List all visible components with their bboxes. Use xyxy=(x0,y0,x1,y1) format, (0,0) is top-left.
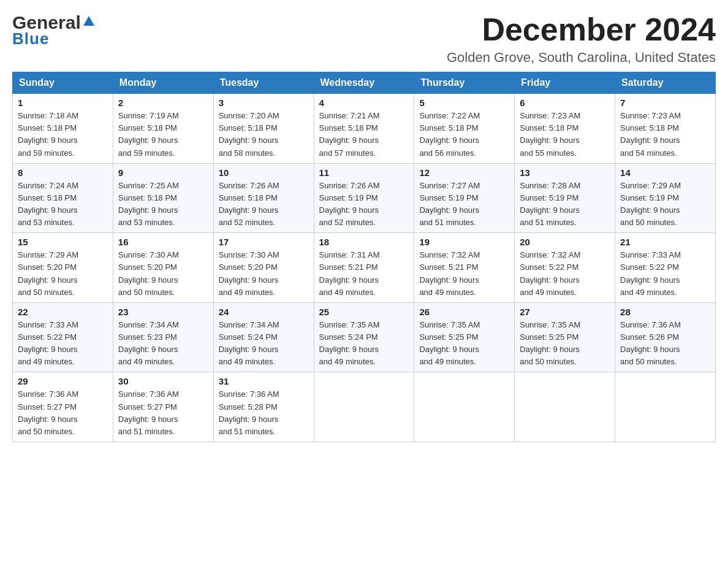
calendar-day-cell xyxy=(515,372,615,442)
calendar-day-cell: 19 Sunrise: 7:32 AMSunset: 5:21 PMDaylig… xyxy=(414,233,515,303)
col-wednesday: Wednesday xyxy=(314,72,414,94)
day-info: Sunrise: 7:34 AMSunset: 5:23 PMDaylight:… xyxy=(118,320,179,366)
calendar-day-cell xyxy=(615,372,716,442)
day-info: Sunrise: 7:36 AMSunset: 5:28 PMDaylight:… xyxy=(219,389,279,435)
calendar-day-cell: 2 Sunrise: 7:19 AMSunset: 5:18 PMDayligh… xyxy=(113,94,213,164)
day-number: 24 xyxy=(219,307,309,317)
calendar-week-row: 29 Sunrise: 7:36 AMSunset: 5:27 PMDaylig… xyxy=(13,372,716,442)
calendar-day-cell: 21 Sunrise: 7:33 AMSunset: 5:22 PMDaylig… xyxy=(615,233,716,303)
calendar-day-cell: 10 Sunrise: 7:26 AMSunset: 5:18 PMDaylig… xyxy=(213,163,314,233)
col-monday: Monday xyxy=(113,72,213,94)
calendar-week-row: 22 Sunrise: 7:33 AMSunset: 5:22 PMDaylig… xyxy=(13,302,716,372)
day-number: 8 xyxy=(18,167,108,178)
day-number: 12 xyxy=(419,167,509,178)
calendar-day-cell: 17 Sunrise: 7:30 AMSunset: 5:20 PMDaylig… xyxy=(213,233,314,303)
day-info: Sunrise: 7:18 AMSunset: 5:18 PMDaylight:… xyxy=(18,111,78,157)
calendar-day-cell: 28 Sunrise: 7:36 AMSunset: 5:26 PMDaylig… xyxy=(615,302,716,372)
day-info: Sunrise: 7:31 AMSunset: 5:21 PMDaylight:… xyxy=(319,250,380,296)
day-number: 17 xyxy=(219,237,309,247)
calendar-day-cell: 31 Sunrise: 7:36 AMSunset: 5:28 PMDaylig… xyxy=(213,372,314,442)
day-info: Sunrise: 7:29 AMSunset: 5:19 PMDaylight:… xyxy=(620,181,681,227)
day-info: Sunrise: 7:35 AMSunset: 5:25 PMDaylight:… xyxy=(419,320,480,366)
col-thursday: Thursday xyxy=(414,72,515,94)
day-info: Sunrise: 7:27 AMSunset: 5:19 PMDaylight:… xyxy=(419,181,480,227)
calendar-day-cell: 16 Sunrise: 7:30 AMSunset: 5:20 PMDaylig… xyxy=(113,233,213,303)
day-number: 2 xyxy=(118,98,208,108)
day-number: 6 xyxy=(520,98,610,108)
day-info: Sunrise: 7:24 AMSunset: 5:18 PMDaylight:… xyxy=(18,181,78,227)
day-info: Sunrise: 7:35 AMSunset: 5:25 PMDaylight:… xyxy=(520,320,580,366)
svg-marker-0 xyxy=(83,16,94,26)
location-subtitle: Golden Grove, South Carolina, United Sta… xyxy=(447,50,716,66)
calendar-day-cell: 6 Sunrise: 7:23 AMSunset: 5:18 PMDayligh… xyxy=(515,94,615,164)
day-info: Sunrise: 7:26 AMSunset: 5:19 PMDaylight:… xyxy=(319,181,380,227)
day-number: 7 xyxy=(620,98,710,108)
calendar-week-row: 1 Sunrise: 7:18 AMSunset: 5:18 PMDayligh… xyxy=(13,94,716,164)
calendar-header-row: Sunday Monday Tuesday Wednesday Thursday… xyxy=(13,72,716,94)
col-saturday: Saturday xyxy=(615,72,716,94)
calendar-day-cell: 13 Sunrise: 7:28 AMSunset: 5:19 PMDaylig… xyxy=(515,163,615,233)
day-info: Sunrise: 7:26 AMSunset: 5:18 PMDaylight:… xyxy=(219,181,279,227)
calendar-day-cell: 27 Sunrise: 7:35 AMSunset: 5:25 PMDaylig… xyxy=(515,302,615,372)
page-header: General Blue December 2024 Golden Grove,… xyxy=(12,12,716,66)
calendar-day-cell: 25 Sunrise: 7:35 AMSunset: 5:24 PMDaylig… xyxy=(314,302,414,372)
day-info: Sunrise: 7:36 AMSunset: 5:27 PMDaylight:… xyxy=(18,389,78,435)
day-info: Sunrise: 7:22 AMSunset: 5:18 PMDaylight:… xyxy=(419,111,480,157)
day-number: 3 xyxy=(219,98,309,108)
day-number: 23 xyxy=(118,307,208,317)
day-info: Sunrise: 7:36 AMSunset: 5:26 PMDaylight:… xyxy=(620,320,681,366)
day-number: 15 xyxy=(18,237,108,247)
calendar-day-cell xyxy=(314,372,414,442)
logo: General Blue xyxy=(12,12,97,48)
day-number: 13 xyxy=(520,167,610,178)
day-number: 10 xyxy=(219,167,309,178)
logo-blue-text: Blue xyxy=(12,29,49,48)
logo-icon xyxy=(82,15,96,31)
day-info: Sunrise: 7:21 AMSunset: 5:18 PMDaylight:… xyxy=(319,111,380,157)
day-number: 5 xyxy=(419,98,509,108)
calendar-day-cell: 30 Sunrise: 7:36 AMSunset: 5:27 PMDaylig… xyxy=(113,372,213,442)
day-number: 28 xyxy=(620,307,710,317)
day-number: 1 xyxy=(18,98,108,108)
day-number: 30 xyxy=(118,376,208,386)
day-number: 4 xyxy=(319,98,409,108)
day-number: 20 xyxy=(520,237,610,247)
calendar-day-cell: 23 Sunrise: 7:34 AMSunset: 5:23 PMDaylig… xyxy=(113,302,213,372)
day-info: Sunrise: 7:30 AMSunset: 5:20 PMDaylight:… xyxy=(118,250,179,296)
calendar-day-cell: 5 Sunrise: 7:22 AMSunset: 5:18 PMDayligh… xyxy=(414,94,515,164)
col-sunday: Sunday xyxy=(13,72,113,94)
day-info: Sunrise: 7:28 AMSunset: 5:19 PMDaylight:… xyxy=(520,181,580,227)
day-number: 21 xyxy=(620,237,710,247)
calendar-day-cell xyxy=(414,372,515,442)
calendar-day-cell: 29 Sunrise: 7:36 AMSunset: 5:27 PMDaylig… xyxy=(13,372,113,442)
day-number: 14 xyxy=(620,167,710,178)
day-info: Sunrise: 7:34 AMSunset: 5:24 PMDaylight:… xyxy=(219,320,279,366)
month-title: December 2024 xyxy=(447,12,716,47)
calendar-day-cell: 18 Sunrise: 7:31 AMSunset: 5:21 PMDaylig… xyxy=(314,233,414,303)
calendar-day-cell: 8 Sunrise: 7:24 AMSunset: 5:18 PMDayligh… xyxy=(13,163,113,233)
day-number: 16 xyxy=(118,237,208,247)
calendar-day-cell: 7 Sunrise: 7:23 AMSunset: 5:18 PMDayligh… xyxy=(615,94,716,164)
day-number: 31 xyxy=(219,376,309,386)
day-number: 11 xyxy=(319,167,409,178)
calendar-week-row: 8 Sunrise: 7:24 AMSunset: 5:18 PMDayligh… xyxy=(13,163,716,233)
calendar-day-cell: 14 Sunrise: 7:29 AMSunset: 5:19 PMDaylig… xyxy=(615,163,716,233)
day-info: Sunrise: 7:33 AMSunset: 5:22 PMDaylight:… xyxy=(620,250,681,296)
day-info: Sunrise: 7:25 AMSunset: 5:18 PMDaylight:… xyxy=(118,181,179,227)
calendar-table: Sunday Monday Tuesday Wednesday Thursday… xyxy=(12,72,716,442)
day-info: Sunrise: 7:23 AMSunset: 5:18 PMDaylight:… xyxy=(620,111,681,157)
day-info: Sunrise: 7:19 AMSunset: 5:18 PMDaylight:… xyxy=(118,111,179,157)
title-area: December 2024 Golden Grove, South Caroli… xyxy=(447,12,716,66)
col-tuesday: Tuesday xyxy=(213,72,314,94)
day-number: 18 xyxy=(319,237,409,247)
day-info: Sunrise: 7:23 AMSunset: 5:18 PMDaylight:… xyxy=(520,111,580,157)
calendar-day-cell: 20 Sunrise: 7:32 AMSunset: 5:22 PMDaylig… xyxy=(515,233,615,303)
day-number: 25 xyxy=(319,307,409,317)
day-number: 19 xyxy=(419,237,509,247)
calendar-week-row: 15 Sunrise: 7:29 AMSunset: 5:20 PMDaylig… xyxy=(13,233,716,303)
day-number: 26 xyxy=(419,307,509,317)
calendar-day-cell: 24 Sunrise: 7:34 AMSunset: 5:24 PMDaylig… xyxy=(213,302,314,372)
calendar-day-cell: 3 Sunrise: 7:20 AMSunset: 5:18 PMDayligh… xyxy=(213,94,314,164)
calendar-day-cell: 11 Sunrise: 7:26 AMSunset: 5:19 PMDaylig… xyxy=(314,163,414,233)
day-number: 27 xyxy=(520,307,610,317)
